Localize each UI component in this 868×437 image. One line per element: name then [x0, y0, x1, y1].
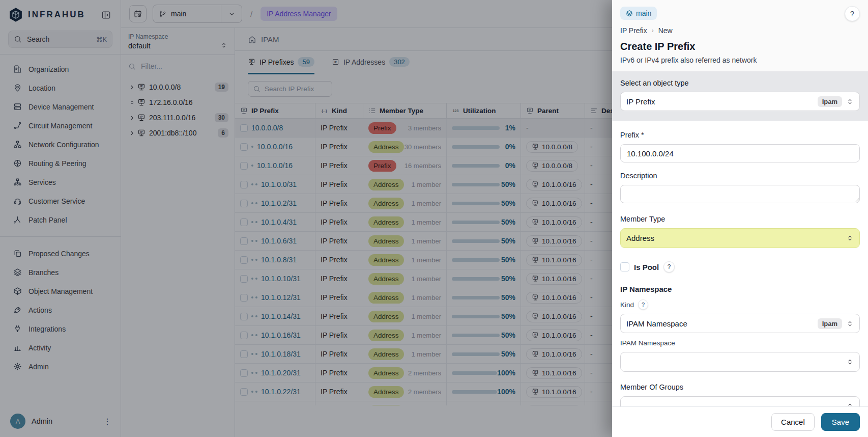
- drawer-subtitle: IPv6 or IPv4 prefix also referred as net…: [620, 56, 860, 64]
- object-type-section: Select an object type IP Prefix Ipam: [612, 71, 868, 121]
- is-pool-label: Is Pool: [634, 263, 659, 271]
- branch-badge-label: main: [636, 9, 651, 17]
- object-type-label: Select an object type: [620, 79, 860, 87]
- breadcrumb-ip-prefix[interactable]: IP Prefix: [620, 26, 647, 35]
- updown-chevron-icon: [846, 402, 854, 406]
- object-type-select[interactable]: IP Prefix Ipam: [620, 92, 860, 111]
- is-pool-row: Is Pool ?: [620, 261, 860, 272]
- member-of-groups-label: Member Of Groups: [620, 383, 860, 391]
- member-type-select[interactable]: Address: [620, 228, 860, 248]
- drawer-breadcrumb: IP Prefix › New: [620, 26, 860, 35]
- kind-label: Kind: [620, 301, 634, 309]
- member-type-value: Address: [626, 234, 842, 242]
- drawer-form: Prefix * Description Member Type Address…: [612, 121, 868, 406]
- updown-chevron-icon: [846, 234, 854, 242]
- object-type-value: IP Prefix: [626, 97, 814, 106]
- ipam-kind-badge: Ipam: [818, 318, 842, 329]
- branch-badge: main: [620, 7, 657, 20]
- prefix-field-label: Prefix *: [620, 131, 860, 139]
- is-pool-checkbox[interactable]: [620, 262, 629, 271]
- kind-label-row: Kind ?: [620, 299, 860, 310]
- help-button[interactable]: ?: [845, 6, 860, 21]
- ip-namespace-section-title: IP Namespace: [620, 285, 860, 293]
- updown-chevron-icon: [846, 358, 854, 366]
- drawer-header: main ? IP Prefix › New Create IP Prefix …: [612, 0, 868, 71]
- updown-chevron-icon: [846, 320, 854, 327]
- kind-select[interactable]: IPAM Namespace Ipam: [620, 314, 860, 333]
- kind-value: IPAM Namespace: [626, 319, 814, 328]
- breadcrumb-new: New: [658, 26, 673, 35]
- ipam-namespace-select[interactable]: [620, 352, 860, 372]
- chevron-right-icon: ›: [652, 27, 654, 34]
- drawer-title: Create IP Prefix: [620, 41, 860, 52]
- member-of-groups-select[interactable]: [620, 396, 860, 406]
- description-field-label: Description: [620, 172, 860, 180]
- member-type-field-label: Member Type: [620, 215, 860, 223]
- updown-chevron-icon: [846, 98, 854, 105]
- ipam-namespace-label: IPAM Namespace: [620, 339, 860, 347]
- save-button[interactable]: Save: [821, 413, 860, 431]
- ipam-kind-badge: Ipam: [818, 96, 842, 107]
- cancel-button[interactable]: Cancel: [771, 413, 815, 431]
- is-pool-help-button[interactable]: ?: [663, 261, 675, 272]
- kind-help-button[interactable]: ?: [638, 299, 648, 310]
- prefix-input[interactable]: [620, 144, 860, 162]
- description-input[interactable]: [620, 185, 860, 203]
- layers-icon: [626, 10, 633, 17]
- create-ip-prefix-drawer: main ? IP Prefix › New Create IP Prefix …: [612, 0, 868, 437]
- drawer-footer: Cancel Save: [612, 406, 868, 437]
